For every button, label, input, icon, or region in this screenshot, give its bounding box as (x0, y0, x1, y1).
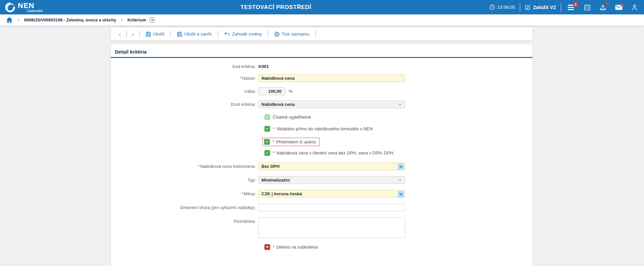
price-evaluated-label: Nabídková cena hodnocena: (200, 164, 256, 169)
calendar-button[interactable] (584, 4, 591, 11)
prev-record-button[interactable]: ‹ (115, 31, 124, 37)
checkbox-numeric: ✓ (264, 114, 270, 120)
printer-icon (274, 31, 280, 37)
code-label: Kód kritéria: (114, 64, 258, 69)
toolbar-separator (218, 31, 218, 37)
page-title: Detail kritéria (115, 49, 533, 55)
field-row-currency: *Měna: CZK | koruna česká (114, 190, 533, 198)
environment-title: TESTOVACÍ PROSTŘEDÍ (240, 4, 311, 11)
currency-select[interactable]: CZK | koruna česká (258, 190, 405, 198)
required-asterisk: * (273, 245, 275, 250)
name-input[interactable]: Nabídková cena (258, 74, 405, 82)
currency-select-value: CZK | koruna česká (261, 191, 302, 196)
person-icon (631, 4, 638, 11)
save-button[interactable]: Uložit (142, 31, 168, 37)
toolbar-separator (170, 31, 171, 37)
weight-label: Váha: (114, 89, 258, 94)
field-row-upper-limit: Omezení shora (pro vyřazení nabídky): (114, 204, 533, 211)
inbox-downloads-button[interactable] (599, 4, 606, 11)
toolbar-separator (315, 31, 316, 37)
checkbox-eauction[interactable]: ✓ (264, 139, 270, 145)
checkbox-row-numeric: ✓ Číselně vyjádřitelné (264, 114, 533, 120)
field-row-note: Poznámka: (114, 217, 533, 238)
criterion-detail-panel: Detail kritéria Kód kritéria: K001 *Náze… (111, 44, 533, 266)
toolbar-separator (139, 31, 140, 37)
weight-input[interactable]: 100,00 (258, 87, 285, 95)
name-label: Název: (242, 76, 256, 81)
type-label: Typ: (114, 178, 258, 183)
session-clock: 13:56:05 (489, 4, 515, 10)
field-row-type: Typ: Minimalizační (114, 176, 533, 184)
close-tab-icon[interactable]: ✕ (149, 17, 155, 23)
weight-unit: % (289, 89, 293, 94)
required-asterisk: * (273, 139, 274, 144)
breadcrumb-item-current[interactable]: Kritérium (128, 18, 146, 22)
print-record-button[interactable]: Tisk záznamu (270, 31, 313, 37)
messages-alert-dot (621, 3, 625, 6)
checkbox-numeric-label: Číselně vyjádřitelné (273, 115, 311, 120)
upper-limit-label: Omezení shora (pro vyřazení nabídky): (114, 205, 258, 210)
required-asterisk: * (241, 191, 243, 196)
nen-logo-icon (5, 2, 15, 13)
chevron-down-button[interactable] (398, 163, 404, 170)
type-select-value: Minimalizační (261, 178, 290, 183)
save-icon (177, 31, 182, 37)
messages-button[interactable] (615, 5, 623, 10)
calendar-icon (584, 4, 591, 11)
chevron-down-button[interactable] (398, 191, 404, 197)
inbox-alert-dot (605, 2, 608, 6)
field-row-kind: Druh kritéria: Nabídková cena (114, 101, 533, 108)
breadcrumb-item-procurement[interactable]: N006/25/V00003106 - Zelenina, ovoce a oř… (24, 18, 116, 22)
price-evaluated-select[interactable]: Bez DPH (258, 162, 405, 170)
field-row-weight: Váha: 100,00 % (114, 87, 533, 95)
discard-changes-label: Zahodit změny (232, 31, 262, 37)
menu-button[interactable]: 1 (568, 4, 575, 10)
checkbox-nen-form-label: Vkládáno přímo do nabídkového formuláře … (277, 126, 373, 131)
checkbox-vat-breakdown[interactable]: ✓ (264, 150, 270, 156)
field-row-price-evaluated: *Nabídková cena hodnocena: Bez DPH (114, 162, 533, 170)
kind-select-value: Nabídková cena (261, 102, 295, 107)
home-icon[interactable] (6, 17, 13, 23)
breadcrumb-separator-icon: › (17, 17, 19, 23)
chevron-down-icon (399, 165, 403, 168)
save-label: Uložit (153, 31, 164, 37)
save-and-close-button[interactable]: Uložit a zavřít (173, 31, 216, 37)
type-select[interactable]: Minimalizační (258, 176, 405, 184)
undo-icon (224, 32, 230, 37)
name-input-value: Nabídková cena (261, 76, 295, 81)
criterion-form: Kód kritéria: K001 *Název: Nabídková cen… (111, 58, 533, 250)
user-profile-button[interactable] (631, 4, 638, 11)
print-record-label: Tisk záznamu (282, 31, 309, 37)
toolbar-separator (126, 31, 127, 37)
create-vz-button[interactable]: Založit VZ (525, 4, 556, 10)
save-icon (146, 31, 151, 37)
save-and-close-label: Uložit a zavřít (184, 31, 212, 37)
price-evaluated-value: Bez DPH (261, 164, 280, 169)
checkbox-subcriteria-unchecked[interactable]: ✕ (264, 244, 270, 250)
checkbox-nen-form[interactable]: ✓ (264, 126, 270, 132)
required-asterisk: * (198, 164, 199, 169)
menu-badge: 1 (573, 2, 578, 7)
create-vz-label: Založit VZ (533, 5, 556, 10)
logo-subtitle: Zadavatel (27, 9, 43, 13)
field-row-code: Kód kritéria: K001 (114, 64, 533, 69)
weight-input-value: 100,00 (268, 89, 282, 94)
required-asterisk: * (240, 76, 241, 81)
upper-limit-input[interactable] (258, 204, 405, 211)
logo-title: NEN (18, 2, 43, 9)
chevron-down-icon (398, 103, 402, 106)
required-asterisk: * (273, 150, 275, 155)
nen-logo[interactable]: NEN Zadavatel (0, 2, 43, 13)
session-time: 13:56:05 (497, 5, 515, 10)
breadcrumb: › N006/25/V00003106 - Zelenina, ovoce a … (0, 14, 644, 25)
code-value: K001 (258, 64, 269, 69)
checkbox-row-eauction-highlight: ✓ * Předmětem E-aukce (262, 138, 319, 146)
next-record-button[interactable]: › (129, 31, 137, 37)
discard-changes-button[interactable]: Zahodit změny (220, 31, 266, 37)
checkbox-row-nen-form: ✓ * Vkládáno přímo do nabídkového formul… (264, 126, 533, 132)
checkbox-eauction-label: Předmětem E-aukce (276, 139, 316, 144)
topbar-separator (561, 3, 561, 12)
note-textarea[interactable] (258, 217, 405, 238)
kind-select[interactable]: Nabídková cena (258, 101, 405, 108)
currency-label: Měna: (244, 191, 256, 196)
